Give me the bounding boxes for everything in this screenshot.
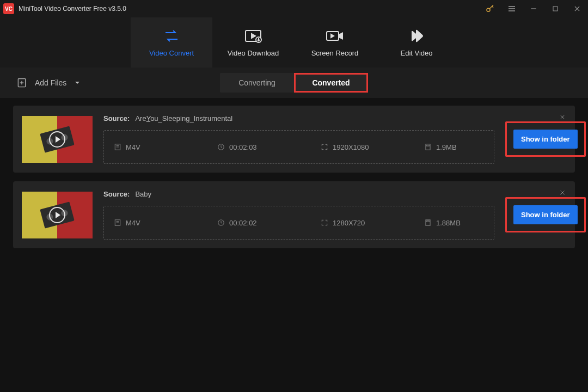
download-icon <box>243 28 263 44</box>
file-meta: M4V 00:02:03 1920X1080 1.9MB <box>103 130 494 164</box>
clock-icon <box>217 219 225 226</box>
remove-card-button[interactable] <box>558 188 567 198</box>
thumbnail[interactable] <box>22 116 93 163</box>
show-in-folder-button[interactable]: Show in folder <box>513 205 578 224</box>
clock-icon <box>217 143 225 151</box>
tab-label: Screen Record <box>311 49 359 57</box>
file-meta: M4V 00:02:02 1280X720 1.88MB <box>103 206 494 240</box>
source-label: Source: <box>103 190 130 198</box>
svg-point-0 <box>487 8 490 11</box>
play-icon <box>49 131 65 148</box>
add-files-label: Add Files <box>35 78 66 87</box>
source-filename: Baby <box>135 190 151 198</box>
filesize-icon <box>424 219 432 226</box>
tab-label: Video Download <box>228 49 279 57</box>
source-filename: AreYou_Sleeping_Instrumental <box>135 114 232 122</box>
svg-rect-11 <box>427 145 430 146</box>
filesize-icon <box>424 143 432 151</box>
play-icon <box>49 207 65 223</box>
hamburger-menu-icon[interactable] <box>501 0 523 17</box>
resolution-icon <box>321 143 328 151</box>
resolution-value: 1280X720 <box>333 219 365 227</box>
maximize-button[interactable] <box>544 0 566 17</box>
tab-label: Edit Video <box>400 49 432 57</box>
close-window-button[interactable] <box>566 0 588 17</box>
app-logo: VC <box>3 3 14 14</box>
subtab-converting[interactable]: Converting <box>220 73 294 93</box>
subtab-converted[interactable]: Converted <box>294 73 368 93</box>
resolution-icon <box>321 219 328 226</box>
format-value: M4V <box>126 143 140 151</box>
duration-value: 00:02:03 <box>229 143 257 151</box>
svg-rect-1 <box>553 7 558 11</box>
show-in-folder-button[interactable]: Show in folder <box>513 130 578 149</box>
resolution-value: 1920X1080 <box>333 143 369 151</box>
app-title: MiniTool Video Converter Free v3.5.0 <box>19 5 126 13</box>
convert-icon <box>162 28 181 44</box>
duration-value: 00:02:02 <box>229 219 257 227</box>
highlight-box: Show in folder <box>505 121 586 157</box>
activate-key-icon[interactable] <box>479 0 501 17</box>
source-label: Source: <box>103 114 130 122</box>
sub-tabs: Converting Converted <box>220 73 368 93</box>
file-list: Source: AreYou_Sleeping_Instrumental M4V… <box>0 98 588 265</box>
tab-label: Video Convert <box>149 49 194 57</box>
size-value: 1.9MB <box>436 143 457 151</box>
tab-video-download[interactable]: Video Download <box>212 17 294 68</box>
edit-icon <box>407 28 426 44</box>
remove-card-button[interactable] <box>558 112 567 122</box>
add-file-icon <box>16 77 27 88</box>
svg-marker-3 <box>252 34 255 38</box>
format-icon <box>114 143 121 151</box>
format-value: M4V <box>126 219 140 227</box>
tab-video-convert[interactable]: Video Convert <box>131 17 212 68</box>
thumbnail[interactable] <box>22 192 93 238</box>
feature-tabs: Video Convert Video Download Screen Reco… <box>0 17 588 68</box>
svg-marker-6 <box>331 34 334 38</box>
highlight-box: Show in folder <box>505 197 586 232</box>
file-card: Source: AreYou_Sleeping_Instrumental M4V… <box>13 106 575 173</box>
chevron-down-icon <box>74 79 81 86</box>
add-files-button[interactable]: Add Files <box>16 77 81 88</box>
titlebar: VC MiniTool Video Converter Free v3.5.0 <box>0 0 588 17</box>
minimize-button[interactable] <box>523 0 544 17</box>
svg-rect-15 <box>427 221 430 222</box>
toolbar: Add Files Converting Converted <box>0 68 588 98</box>
tab-edit-video[interactable]: Edit Video <box>376 17 457 68</box>
format-icon <box>114 219 121 226</box>
size-value: 1.88MB <box>436 219 461 227</box>
file-card: Source: Baby M4V 00:02:02 1280X720 1.88M… <box>13 181 575 248</box>
tab-screen-record[interactable]: Screen Record <box>294 17 376 68</box>
record-icon <box>325 28 345 44</box>
